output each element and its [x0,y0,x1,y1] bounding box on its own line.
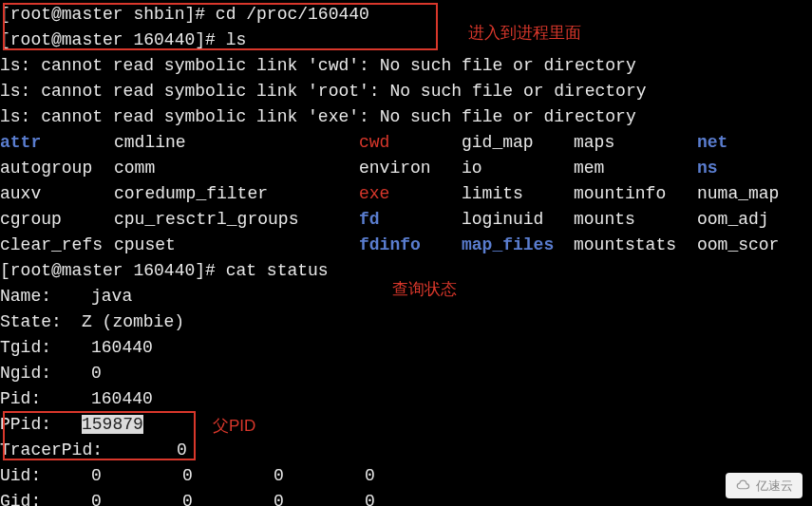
status-value: 0 [91,364,102,383]
prompt: [root@master 160440]# [0,261,226,280]
dir-entry: net [697,133,727,152]
status-value: 0 [91,463,182,489]
file-entry: cgroup [0,207,114,233]
dir-entry: fdinfo [359,233,462,258]
status-value: Z (zombie) [82,312,184,331]
status-value: java [91,287,132,306]
file-entry: coredump_filter [114,181,359,207]
status-key: PPid: [0,412,82,438]
annotation-text: 父PID [213,414,255,439]
status-key: Tgid: [0,335,91,361]
status-value: 0 [91,489,182,506]
dir-entry: map_files [462,233,574,258]
status-key: Ngid: [0,361,91,386]
command-cd: cd /proc/160440 [216,5,369,24]
file-entry: comm [114,156,359,181]
file-entry: mountstats [574,233,697,258]
status-value: 0 [182,463,274,489]
cloud-icon [735,478,752,492]
status-value: 0 [365,492,375,506]
prompt: [root@master shbin]# [0,5,216,24]
dir-entry: ns [697,159,718,178]
status-key: Name: [0,284,91,309]
file-entry: io [462,156,574,181]
status-value: 0 [177,440,187,459]
dir-entry: attr [0,130,114,156]
file-entry: numa_map [697,184,779,203]
status-value: 0 [274,463,365,489]
file-entry: gid_map [462,130,574,156]
file-entry: clear_refs [0,233,114,258]
file-entry: auxv [0,181,114,207]
file-entry: cpu_resctrl_groups [114,207,359,233]
file-entry: loginuid [462,207,574,233]
status-value: 160440 [91,338,153,357]
status-key: Uid: [0,463,91,489]
prompt: [root@master 160440]# [0,30,226,49]
ls-error: ls: cannot read symbolic link 'exe': No … [0,107,636,126]
status-key: State: [0,309,82,335]
ls-error: ls: cannot read symbolic link 'root': No… [0,82,647,101]
file-entry: oom_adj [697,210,769,229]
command-cat: cat status [226,261,329,280]
watermark: 亿速云 [726,473,803,499]
annotation-text: 进入到进程里面 [468,21,581,46]
status-value: 0 [182,489,274,506]
file-entry: cpuset [114,233,359,258]
status-value: 0 [365,466,375,485]
file-entry: environ [359,156,462,181]
ls-error: ls: cannot read symbolic link 'cwd': No … [0,56,636,75]
file-entry: mounts [574,207,697,233]
file-entry: mountinfo [574,181,697,207]
file-entry: mem [574,156,697,181]
file-entry: oom_scor [697,235,779,254]
status-ppid-value: 159879 [82,415,143,434]
annotation-text: 查询状态 [392,277,457,302]
command-ls: ls [226,30,247,49]
broken-link: exe [359,181,462,207]
file-entry: maps [574,130,697,156]
terminal[interactable]: [root@master shbin]# cd /proc/160440 [ro… [0,0,812,506]
dir-entry: fd [359,207,462,233]
broken-link: cwd [359,130,462,156]
file-entry: limits [462,181,574,207]
status-key: Gid: [0,489,91,506]
status-value: 0 [274,489,365,506]
file-entry: autogroup [0,156,114,181]
watermark-text: 亿速云 [756,477,793,496]
status-value: 160440 [91,389,153,408]
status-key: Pid: [0,386,91,412]
status-key: TracerPid: [0,438,177,463]
file-entry: cmdline [114,130,359,156]
